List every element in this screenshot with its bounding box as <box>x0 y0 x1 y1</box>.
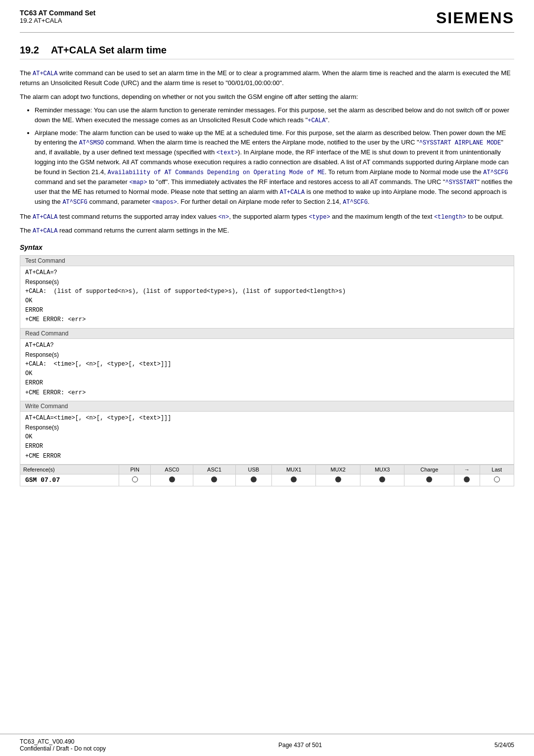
command-blocks-container: Test Command AT+CALA=? Response(s) +CALA… <box>20 255 514 486</box>
header-subtitle: 19.2 AT+CALA <box>20 17 95 24</box>
read-command-line: AT+CALA? <box>25 341 509 350</box>
cell-usb <box>235 474 271 486</box>
circle-filled-icon <box>169 476 175 482</box>
col-mux1: MUX1 <box>271 465 315 474</box>
circle-filled-icon <box>426 476 432 482</box>
test-response-cme: +CME ERROR: <err> <box>25 315 509 325</box>
circle-filled-icon <box>379 476 385 482</box>
header-left: TC63 AT Command Set 19.2 AT+CALA <box>20 9 95 24</box>
read-response-cme: +CME ERROR: <err> <box>25 388 509 398</box>
section-heading: 19.2AT+CALA Set alarm time <box>20 45 514 59</box>
col-asc1: ASC1 <box>193 465 236 474</box>
read-command-body: AT+CALA? Response(s) +CALA: <time>[, <n>… <box>20 339 514 401</box>
body-paragraph-2: The alarm can adopt two functions, depen… <box>20 92 514 102</box>
list-item: Reminder message: You can use the alarm … <box>35 105 514 125</box>
body-paragraph-1: The AT+CALA write command can be used to… <box>20 68 514 88</box>
cell-mux3 <box>360 474 404 486</box>
circle-filled-icon <box>211 476 217 482</box>
circle-empty-icon <box>132 476 138 482</box>
test-response-ok: OK <box>25 296 509 306</box>
col-mux3: MUX3 <box>360 465 404 474</box>
write-command-header: Write Command <box>20 401 514 412</box>
col-mux2: MUX2 <box>316 465 360 474</box>
footer-confidential: Confidential / Draft - Do not copy <box>20 745 106 752</box>
test-command-header: Test Command <box>20 256 514 266</box>
cell-asc0 <box>151 474 193 486</box>
footer-doc-id: TC63_ATC_V00.490 <box>20 738 106 745</box>
circle-empty-icon <box>494 476 500 482</box>
col-last: Last <box>480 465 514 474</box>
test-response-line1: +CALA: (list of supported<n>s), (list of… <box>25 287 509 296</box>
write-response-error: ERROR <box>25 442 509 451</box>
col-arrow: → <box>454 465 480 474</box>
list-item: Airplane mode: The alarm function can be… <box>35 128 514 207</box>
cell-asc1 <box>193 474 236 486</box>
reference-table: Reference(s) PIN ASC0 ASC1 USB MUX1 MUX2… <box>20 465 514 486</box>
test-cmd-paragraph: The AT+CALA test command returns the sup… <box>20 212 514 222</box>
response-label-2: Response(s) <box>25 350 509 360</box>
test-command-block: Test Command AT+CALA=? Response(s) +CALA… <box>20 255 514 329</box>
write-command-block: Write Command AT+CALA=<time>[, <n>[, <ty… <box>20 401 514 465</box>
cell-arrow <box>454 474 480 486</box>
main-content: 19.2AT+CALA Set alarm time The AT+CALA w… <box>0 33 534 734</box>
section-number: 19.2 <box>20 45 39 55</box>
write-command-line: AT+CALA=<time>[, <n>[, <type>[, <text>]]… <box>25 414 509 423</box>
response-label-3: Response(s) <box>25 423 509 432</box>
circle-filled-icon <box>251 476 257 482</box>
write-response-cme: +CME ERROR <box>25 452 509 461</box>
circle-filled-icon <box>464 476 470 482</box>
circle-filled-icon <box>291 476 297 482</box>
read-response-error: ERROR <box>25 378 509 388</box>
ref-header-label: Reference(s) <box>20 465 119 474</box>
read-command-header: Read Command <box>20 329 514 339</box>
cell-mux1 <box>271 474 315 486</box>
footer-page-number: Page 437 of 501 <box>278 742 322 749</box>
circle-filled-icon <box>335 476 341 482</box>
test-command-line: AT+CALA=? <box>25 268 509 278</box>
footer-date: 5/24/05 <box>494 742 514 749</box>
page-footer: TC63_ATC_V00.490 Confidential / Draft - … <box>0 734 534 756</box>
test-response-error: ERROR <box>25 306 509 315</box>
write-response-ok: OK <box>25 432 509 442</box>
col-usb: USB <box>235 465 271 474</box>
col-pin: PIN <box>119 465 151 474</box>
header-title: TC63 AT Command Set <box>20 9 95 17</box>
write-command-body: AT+CALA=<time>[, <n>[, <type>[, <text>]]… <box>20 412 514 464</box>
gsm-ref-value: GSM 07.07 <box>20 474 119 486</box>
cell-pin <box>119 474 151 486</box>
test-command-body: AT+CALA=? Response(s) +CALA: (list of su… <box>20 266 514 328</box>
section-title: AT+CALA Set alarm time <box>51 45 167 55</box>
syntax-heading: Syntax <box>20 243 514 251</box>
company-logo: SIEMENS <box>436 9 514 27</box>
cell-charge <box>404 474 454 486</box>
page-header: TC63 AT Command Set 19.2 AT+CALA SIEMENS <box>0 0 534 32</box>
cell-last <box>480 474 514 486</box>
table-row: GSM 07.07 <box>20 474 514 486</box>
cell-mux2 <box>316 474 360 486</box>
footer-left: TC63_ATC_V00.490 Confidential / Draft - … <box>20 738 106 752</box>
response-label: Response(s) <box>25 278 509 287</box>
col-charge: Charge <box>404 465 454 474</box>
read-response-ok: OK <box>25 369 509 378</box>
read-command-block: Read Command AT+CALA? Response(s) +CALA:… <box>20 329 514 401</box>
bullet-list: Reminder message: You can use the alarm … <box>35 105 514 207</box>
col-asc0: ASC0 <box>151 465 193 474</box>
read-response-line1: +CALA: <time>[, <n>[, <type>[, <text>]]] <box>25 360 509 369</box>
read-cmd-paragraph: The AT+CALA read command returns the cur… <box>20 226 514 236</box>
